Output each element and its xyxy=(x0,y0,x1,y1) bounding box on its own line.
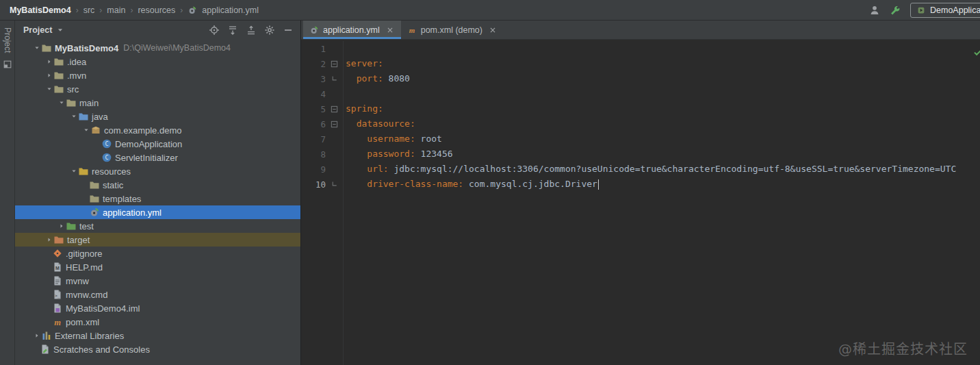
tree-item-help-md[interactable]: MHELP.md xyxy=(15,260,300,274)
class-icon: C xyxy=(101,138,112,149)
code-line[interactable]: username: root xyxy=(346,131,980,147)
user-icon[interactable] xyxy=(869,5,880,16)
collapse-all-icon[interactable] xyxy=(246,25,257,36)
fold-marker-icon[interactable] xyxy=(331,121,338,128)
tree-item-mybatisdemo4-iml[interactable]: MyBatisDemo4.iml xyxy=(15,301,300,315)
tree-item-java[interactable]: java xyxy=(15,110,300,123)
gutter-line[interactable]: 1 xyxy=(301,41,343,56)
tree-item-pom-xml[interactable]: mpom.xml xyxy=(15,315,300,329)
chevron-down-icon[interactable] xyxy=(70,112,78,121)
svg-text:m: m xyxy=(54,318,61,327)
settings-gear-icon[interactable] xyxy=(264,25,275,36)
code-line[interactable]: port: 8080 xyxy=(346,71,980,86)
chevron-down-icon[interactable] xyxy=(45,85,53,93)
code-line[interactable]: driver-class-name: com.mysql.cj.jdbc.Dri… xyxy=(346,177,980,192)
tree-item-static[interactable]: static xyxy=(15,178,300,192)
project-stripe-button[interactable]: Project xyxy=(3,27,12,53)
chevron-right-icon[interactable] xyxy=(33,331,41,340)
iml-file-icon xyxy=(52,303,63,314)
gutter-line[interactable]: 8 xyxy=(301,147,343,162)
tree-item-label: ServletInitializer xyxy=(115,153,178,163)
breadcrumb-item-mybatisdemo4[interactable]: MyBatisDemo4 xyxy=(10,5,71,15)
fold-marker-icon[interactable] xyxy=(331,60,338,68)
chevron-right-icon[interactable] xyxy=(57,222,66,230)
tree-item-label: mvnw xyxy=(66,276,89,286)
tree-item-resources[interactable]: resources xyxy=(15,164,300,178)
chevron-down-icon[interactable] xyxy=(82,126,90,134)
gutter-line[interactable]: 3 xyxy=(301,71,343,86)
tree-item-target[interactable]: target xyxy=(15,233,300,247)
tree-item-external-libraries[interactable]: External Libraries xyxy=(15,329,300,342)
chevron-down-icon[interactable] xyxy=(57,99,66,107)
code-line[interactable]: spring: xyxy=(346,101,980,116)
tree-item-servletinitializer[interactable]: CServletInitializer xyxy=(15,151,300,164)
editor-tab-application-yml[interactable]: application.yml xyxy=(303,21,401,39)
folder-icon xyxy=(53,56,64,67)
tree-item-com-example-demo[interactable]: com.example.demo xyxy=(15,123,300,137)
tree-item-application-yml[interactable]: application.yml xyxy=(15,205,300,219)
inspections-ok-icon[interactable] xyxy=(972,47,980,58)
tree-item-scratches-and-consoles[interactable]: Scratches and Consoles xyxy=(15,342,300,356)
chevron-down-icon[interactable] xyxy=(70,167,78,175)
project-panel-title[interactable]: Project xyxy=(23,25,52,35)
chevron-down-icon[interactable] xyxy=(55,25,65,35)
gutter-line[interactable]: 7 xyxy=(301,131,343,147)
close-icon[interactable] xyxy=(488,25,498,35)
chevron-right-icon[interactable] xyxy=(45,71,53,79)
breadcrumb-item-resources[interactable]: resources xyxy=(138,5,175,15)
tree-item-mybatisdemo4[interactable]: MyBatisDemo4D:\QiWeiwei\MyBatisDemo4 xyxy=(15,41,300,55)
gutter-line[interactable]: 6 xyxy=(301,116,343,131)
close-icon[interactable] xyxy=(385,25,395,35)
run-config-label: DemoApplica xyxy=(930,5,980,15)
breadcrumb-item-main[interactable]: main xyxy=(107,5,125,15)
wrench-icon[interactable] xyxy=(890,5,901,16)
locate-file-icon[interactable] xyxy=(209,25,220,36)
line-number: 3 xyxy=(301,74,326,84)
tree-item-demoapplication[interactable]: CDemoApplication xyxy=(15,137,300,151)
breadcrumb-item-application-yml[interactable]: application.yml xyxy=(202,5,259,15)
tree-item-mvn[interactable]: .mvn xyxy=(15,68,300,82)
line-number: 9 xyxy=(301,164,326,175)
tree-item-templates[interactable]: templates xyxy=(15,192,300,205)
code-line[interactable]: datasource: xyxy=(346,116,980,131)
tree-item-label: target xyxy=(67,235,90,245)
tree-item-main[interactable]: main xyxy=(15,96,300,110)
gutter-line[interactable]: 5 xyxy=(301,101,343,116)
topbar-right-actions: DemoApplica xyxy=(869,0,980,21)
run-configuration-select[interactable]: DemoApplica xyxy=(910,3,980,18)
tree-item-label: java xyxy=(92,112,108,122)
chevron-right-icon[interactable] xyxy=(45,58,53,66)
tree-item-src[interactable]: src xyxy=(15,82,300,96)
code-line[interactable]: server: xyxy=(346,56,980,71)
tree-item-gitignore[interactable]: .gitignore xyxy=(15,247,300,260)
expand-all-icon[interactable] xyxy=(227,25,238,36)
main-area: Project Project MyBatisDemo4D:\QiWeiwei\… xyxy=(0,21,980,365)
code-line[interactable]: password: 123456 xyxy=(346,147,980,162)
fold-marker-icon[interactable] xyxy=(331,105,338,113)
svg-text:>_: >_ xyxy=(55,293,60,299)
chevron-down-icon[interactable] xyxy=(33,44,41,52)
code-line[interactable]: url: jdbc:mysql://localhost:3306/common?… xyxy=(346,162,980,177)
hide-panel-icon[interactable] xyxy=(283,25,294,36)
gutter-line[interactable]: 10 xyxy=(301,177,343,192)
code-area[interactable]: server: port: 8080spring: datasource: us… xyxy=(344,41,980,365)
gutter-line[interactable]: 4 xyxy=(301,86,343,101)
toolwindow-icon[interactable] xyxy=(3,60,12,69)
tree-item-mvnw[interactable]: mvnw xyxy=(15,274,300,288)
code-line[interactable] xyxy=(346,86,980,101)
gutter-line[interactable]: 9 xyxy=(301,162,343,177)
chevron-right-icon[interactable] xyxy=(45,236,53,244)
text-cursor xyxy=(598,179,599,190)
fold-end-marker-icon xyxy=(331,181,338,188)
editor-tab-pom-xml-demo[interactable]: mpom.xml (demo) xyxy=(401,21,504,39)
cmd-file-icon: >_ xyxy=(52,289,63,300)
gutter-line[interactable]: 2 xyxy=(301,56,343,71)
editor-gutter[interactable]: 12345678910 xyxy=(301,41,344,365)
line-number: 4 xyxy=(301,89,326,99)
tree-item-mvnw-cmd[interactable]: >_mvnw.cmd xyxy=(15,288,300,301)
breadcrumb-item-src[interactable]: src xyxy=(83,5,95,15)
tree-item-label: resources xyxy=(92,166,131,177)
tree-item-test[interactable]: test xyxy=(15,219,300,233)
code-line[interactable] xyxy=(346,41,980,56)
tree-item-idea[interactable]: .idea xyxy=(15,55,300,68)
